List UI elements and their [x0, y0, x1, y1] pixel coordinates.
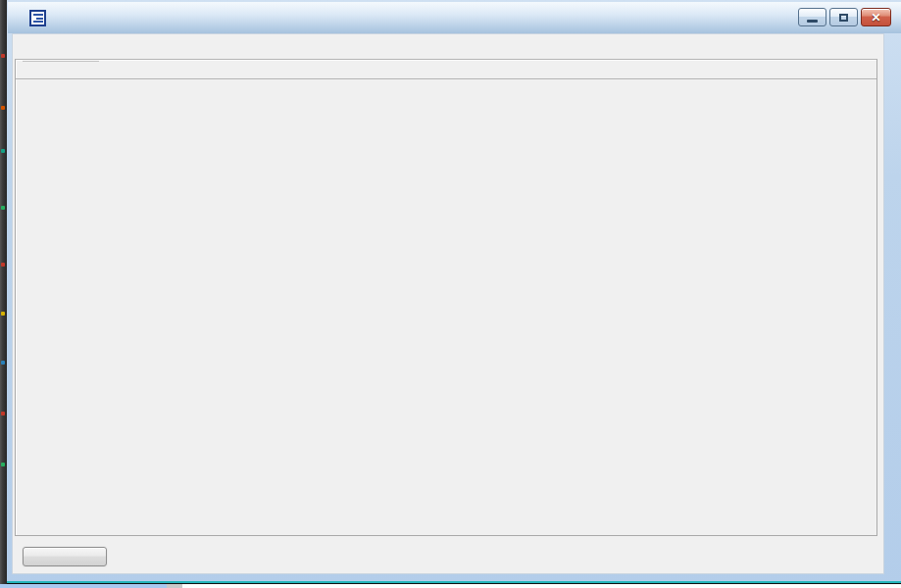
- window-controls: ✕: [798, 8, 891, 27]
- maximize-button[interactable]: [829, 8, 858, 26]
- close-icon: ✕: [871, 12, 880, 24]
- background-bottom-strips: [0, 584, 901, 588]
- restore-icon: [839, 14, 848, 22]
- titlebar[interactable]: ✕: [8, 2, 901, 33]
- system-parameter-window: ✕: [6, 0, 901, 588]
- dialog-content: [12, 33, 884, 574]
- close-button[interactable]: ✕: [861, 8, 891, 26]
- minimize-icon: [807, 20, 818, 23]
- minimize-button[interactable]: [798, 8, 826, 26]
- form-list-icon: [29, 10, 46, 26]
- settings-panel: [12, 33, 884, 574]
- background-window-edge: [0, 0, 7, 584]
- exit-button[interactable]: [23, 547, 107, 566]
- desktop: ✕: [0, 0, 901, 588]
